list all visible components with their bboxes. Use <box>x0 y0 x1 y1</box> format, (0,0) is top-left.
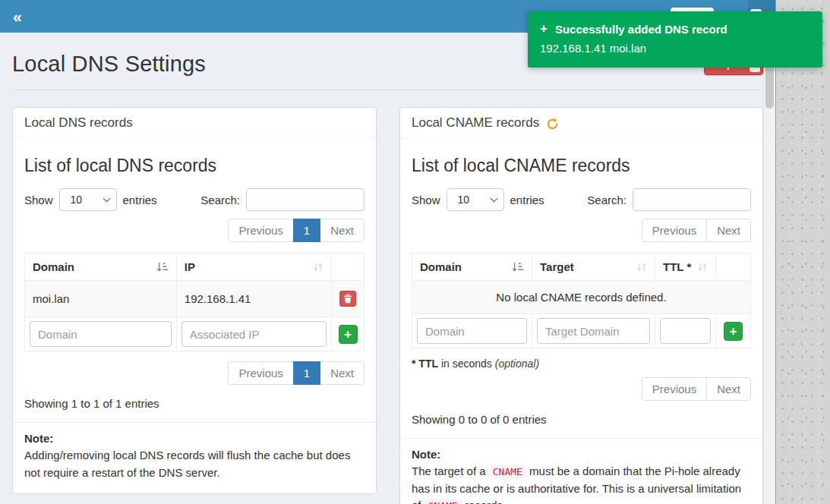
plus-icon: + <box>540 21 548 36</box>
cname-code-chip: CNAME <box>424 499 462 504</box>
page-title: Local DNS Settings <box>12 52 206 77</box>
cname-pagination-top: Previous Next <box>412 219 751 242</box>
note-fragment: The target of a <box>412 465 486 477</box>
cname-list-title: List of local CNAME records <box>412 156 751 176</box>
sort-both-icon <box>313 262 323 272</box>
page-1-button[interactable]: 1 <box>293 219 320 242</box>
settings-cards-row: Local DNS records List of local DNS reco… <box>12 107 763 504</box>
note-label: Note: <box>412 448 751 461</box>
dns-page-size-control: Show 10 entries <box>24 188 157 211</box>
browser-scrollbar[interactable] <box>763 33 775 504</box>
show-label: Show <box>412 194 440 206</box>
dns-records-table: Domain <box>24 253 365 351</box>
new-cname-domain-input[interactable] <box>417 318 527 344</box>
new-dns-ip-input[interactable] <box>181 321 327 347</box>
cname-page-size-select[interactable]: 10 <box>447 188 504 211</box>
cname-card-footer: Note: The target of a CNAME must be a do… <box>400 438 762 504</box>
sort-asc-icon <box>512 262 524 272</box>
column-label: IP <box>185 260 195 273</box>
cname-card-body: List of local CNAME records Show 10 entr… <box>400 139 762 438</box>
dns-showing-entries: Showing 1 to 1 of 1 entries <box>24 397 365 410</box>
toast-message: 192.168.1.41 moi.lan <box>540 42 810 55</box>
search-label: Search: <box>587 194 626 206</box>
next-page-button[interactable]: Next <box>320 361 365 385</box>
sidebar-collapse-icon[interactable]: « <box>13 8 22 24</box>
cname-note-text: The target of a CNAME must be a domain t… <box>412 463 751 504</box>
cname-table-controls: Show 10 entries Search: <box>412 188 751 211</box>
cname-search-input[interactable] <box>633 188 751 211</box>
trash-icon <box>343 294 352 304</box>
note-fragment: records. <box>465 499 506 504</box>
cname-target-column-header[interactable]: Target <box>532 254 655 281</box>
cname-pagination-bottom: Previous Next <box>412 377 751 401</box>
new-cname-ttl-input[interactable] <box>660 318 711 344</box>
cname-ttl-column-header[interactable]: TTL * <box>655 254 716 281</box>
browser-viewport: « Local DNS Settings Expert Local DNS re… <box>0 0 775 504</box>
dns-table-controls: Show 10 entries Search: <box>24 188 365 211</box>
add-dns-record-button[interactable]: + <box>339 325 358 344</box>
next-page-button[interactable]: Next <box>706 377 751 401</box>
toast-title-text: Successfully added DNS record <box>555 23 727 36</box>
cname-search-control: Search: <box>587 188 751 211</box>
delete-dns-record-button[interactable] <box>339 291 356 307</box>
ttl-note-optional: (optional) <box>495 358 539 370</box>
cname-domain-column-header[interactable]: Domain <box>412 254 532 281</box>
dns-record-ip: 192.168.1.41 <box>176 281 331 317</box>
entries-label: entries <box>510 194 544 206</box>
dns-domain-column-header[interactable]: Domain <box>25 254 177 281</box>
previous-page-button[interactable]: Previous <box>228 219 293 242</box>
dns-actions-column-header <box>332 254 365 281</box>
settings-page: Local DNS Settings Expert Local DNS reco… <box>12 52 763 504</box>
dns-card-header: Local DNS records <box>13 108 376 139</box>
cname-card-header: Local CNAME records <box>400 108 762 139</box>
column-label: Domain <box>420 260 462 273</box>
page-1-button[interactable]: 1 <box>293 361 320 385</box>
dns-ip-column-header[interactable]: IP <box>176 254 331 281</box>
ttl-note-prefix: * TTL <box>412 358 438 370</box>
next-page-button[interactable]: Next <box>320 219 365 242</box>
dns-pagination-bottom: Previous 1 Next <box>24 361 365 385</box>
cname-actions-column-header <box>716 254 751 281</box>
new-dns-domain-input[interactable] <box>30 321 172 347</box>
local-dns-records-card: Local DNS records List of local DNS reco… <box>12 107 377 494</box>
sort-both-icon <box>697 262 708 272</box>
add-cname-record-button[interactable]: + <box>724 322 743 341</box>
cname-records-table: Domain <box>412 253 751 348</box>
dns-page-size-select[interactable]: 10 <box>59 188 117 211</box>
previous-page-button[interactable]: Previous <box>642 219 707 242</box>
dns-note-text: Adding/removing local DNS records will f… <box>24 447 365 481</box>
column-label: Target <box>540 260 574 273</box>
dns-search-input[interactable] <box>246 188 365 211</box>
plus-icon: + <box>730 325 737 338</box>
previous-page-button[interactable]: Previous <box>228 361 293 385</box>
ttl-note-mid: in seconds <box>441 358 492 370</box>
dns-card-body: List of local DNS records Show 10 entrie… <box>13 139 376 422</box>
column-label: Domain <box>33 260 74 273</box>
dns-record-row: moi.lan 192.168.1.41 <box>25 281 365 317</box>
dns-record-domain: moi.lan <box>25 281 177 317</box>
search-label: Search: <box>200 194 240 206</box>
new-cname-target-input[interactable] <box>537 318 650 344</box>
dns-card-footer: Note: Adding/removing local DNS records … <box>13 422 376 493</box>
dns-search-control: Search: <box>200 188 365 211</box>
cname-card-title: Local CNAME records <box>412 115 539 131</box>
sort-both-icon <box>636 262 647 272</box>
entries-label: entries <box>123 194 157 206</box>
cname-page-size-control: Show 10 entries <box>412 188 544 211</box>
column-label: TTL * <box>663 260 691 273</box>
cname-empty-row: No local CNAME records defined. <box>412 281 751 314</box>
dns-add-row: + <box>25 317 365 351</box>
plus-icon: + <box>344 328 352 341</box>
sort-asc-icon <box>156 262 169 272</box>
cname-empty-message: No local CNAME records defined. <box>412 281 751 314</box>
desktop-background <box>775 0 830 504</box>
next-page-button[interactable]: Next <box>706 219 751 242</box>
cname-showing-entries: Showing 0 to 0 of 0 entries <box>412 413 751 426</box>
dns-pagination-top: Previous 1 Next <box>24 219 365 242</box>
refresh-icon[interactable] <box>546 118 559 131</box>
show-label: Show <box>24 194 53 206</box>
dns-card-title: Local DNS records <box>24 115 133 131</box>
previous-page-button[interactable]: Previous <box>642 377 707 401</box>
ttl-note: * TTL in seconds (optional) <box>412 358 751 370</box>
success-toast[interactable]: + Successfully added DNS record 192.168.… <box>528 11 822 68</box>
